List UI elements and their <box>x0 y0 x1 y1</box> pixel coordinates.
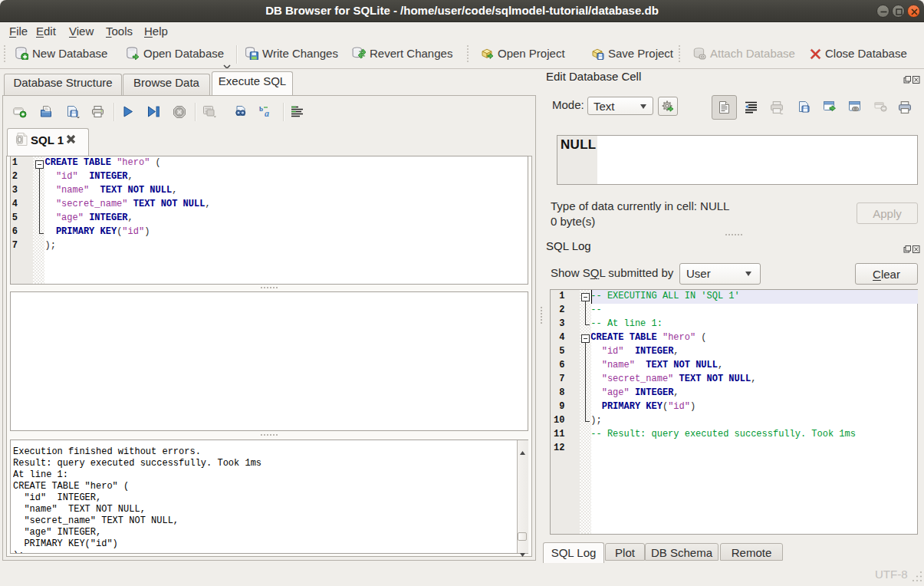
svg-text:a: a <box>265 108 269 118</box>
svg-text:b: b <box>259 105 263 113</box>
